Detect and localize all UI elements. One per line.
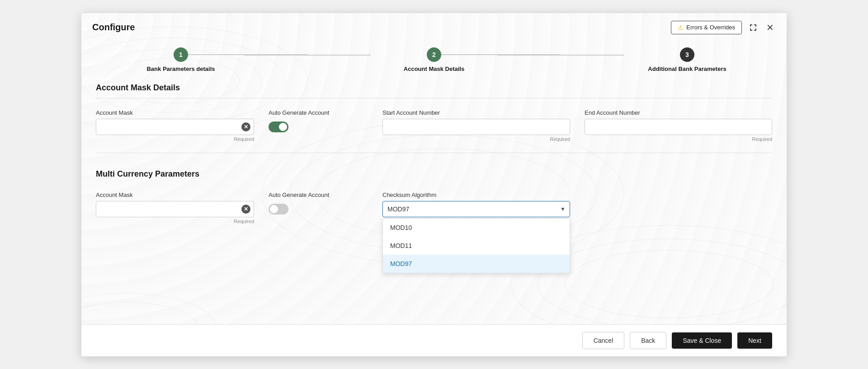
modal-body: Account Mask Details Account Mask ✕ Requ… [81, 76, 787, 324]
stepper: 1 Bank Parameters details 2 Account Mask… [81, 40, 787, 76]
section2-row1: Account Mask ✕ Required Auto Generate Ac… [96, 192, 772, 224]
end-account-required: Required [585, 136, 772, 142]
account-mask-clear-2[interactable]: ✕ [241, 205, 250, 214]
dropdown-item-mod97[interactable]: MOD97 [383, 255, 570, 273]
checksum-label: Checksum Algorithm [382, 192, 570, 198]
step-label-1: Bank Parameters details [146, 65, 215, 72]
start-account-group: Start Account Number Required [382, 109, 570, 142]
step-circle-3: 3 [680, 47, 694, 62]
next-button[interactable]: Next [737, 332, 772, 349]
step-circle-2: 2 [427, 47, 441, 62]
account-mask-input-1[interactable] [96, 119, 254, 135]
stepper-step-3: 3 Additional Bank Parameters [624, 47, 750, 72]
account-mask-input-2[interactable] [96, 201, 254, 217]
step-label-3: Additional Bank Parameters [648, 65, 726, 72]
close-icon: ✕ [766, 22, 774, 33]
account-mask-clear-1[interactable]: ✕ [241, 122, 250, 131]
toggle-slider-1 [269, 121, 288, 132]
account-mask-group-1: Account Mask ✕ Required [96, 109, 254, 142]
end-account-input-wrapper [585, 119, 772, 135]
auto-generate-group-1: Auto Generate Account [269, 109, 368, 132]
configure-modal: Configure ⚠ Errors & Overrides ✕ 1 Bank … [81, 13, 787, 356]
dropdown-item-mod10[interactable]: MOD10 [383, 219, 570, 237]
account-mask-required-1: Required [96, 136, 254, 142]
checksum-dropdown-menu: MOD10 MOD11 MOD97 [382, 218, 570, 273]
cancel-button[interactable]: Cancel [582, 332, 625, 349]
warning-icon: ⚠ [678, 24, 684, 31]
checksum-select-wrapper: MOD10 MOD11 MOD97 ▼ [382, 201, 570, 217]
start-account-required: Required [382, 136, 570, 142]
dropdown-item-mod11[interactable]: MOD11 [383, 237, 570, 255]
stepper-step-1: 1 Bank Parameters details [118, 47, 244, 72]
auto-generate-toggle-1[interactable] [269, 121, 288, 132]
back-button[interactable]: Back [630, 332, 666, 349]
start-account-input-wrapper [382, 119, 570, 135]
account-mask-required-2: Required [96, 219, 254, 224]
auto-generate-label-1: Auto Generate Account [269, 109, 368, 116]
account-mask-group-2: Account Mask ✕ Required [96, 192, 254, 224]
section-divider [96, 153, 772, 153]
header-actions: ⚠ Errors & Overrides ✕ [671, 20, 776, 35]
modal-footer: Cancel Back Save & Close Next [81, 324, 787, 356]
close-button[interactable]: ✕ [764, 20, 776, 35]
start-account-label: Start Account Number [382, 109, 570, 116]
maximize-button[interactable] [747, 22, 759, 33]
section1-row1: Account Mask ✕ Required Auto Generate Ac… [96, 109, 772, 142]
toggle-slider-2 [269, 204, 288, 215]
modal-title: Configure [92, 22, 135, 33]
account-mask-label-2: Account Mask [96, 192, 254, 198]
errors-overrides-button[interactable]: ⚠ Errors & Overrides [671, 21, 742, 34]
stepper-step-2: 2 Account Mask Details [371, 47, 497, 72]
start-account-input[interactable] [382, 119, 570, 135]
checksum-select[interactable]: MOD10 MOD11 MOD97 [382, 201, 570, 217]
step-circle-1: 1 [174, 47, 188, 62]
auto-generate-toggle-2[interactable] [269, 204, 288, 215]
errors-button-label: Errors & Overrides [686, 24, 735, 31]
section2-title: Multi Currency Parameters [96, 162, 772, 184]
account-mask-label-1: Account Mask [96, 109, 254, 116]
step-label-2: Account Mask Details [404, 65, 464, 72]
modal-header: Configure ⚠ Errors & Overrides ✕ [81, 13, 787, 40]
end-account-group: End Account Number Required [585, 109, 772, 142]
end-account-label: End Account Number [585, 109, 772, 116]
auto-generate-label-2: Auto Generate Account [269, 192, 368, 198]
account-mask-input-wrapper-2: ✕ [96, 201, 254, 217]
account-mask-input-wrapper-1: ✕ [96, 119, 254, 135]
checksum-group: Checksum Algorithm MOD10 MOD11 MOD97 ▼ M… [382, 192, 570, 217]
save-close-button[interactable]: Save & Close [672, 332, 732, 349]
end-account-input[interactable] [585, 119, 772, 135]
auto-generate-group-2: Auto Generate Account [269, 192, 368, 215]
section1-title: Account Mask Details [96, 76, 772, 98]
